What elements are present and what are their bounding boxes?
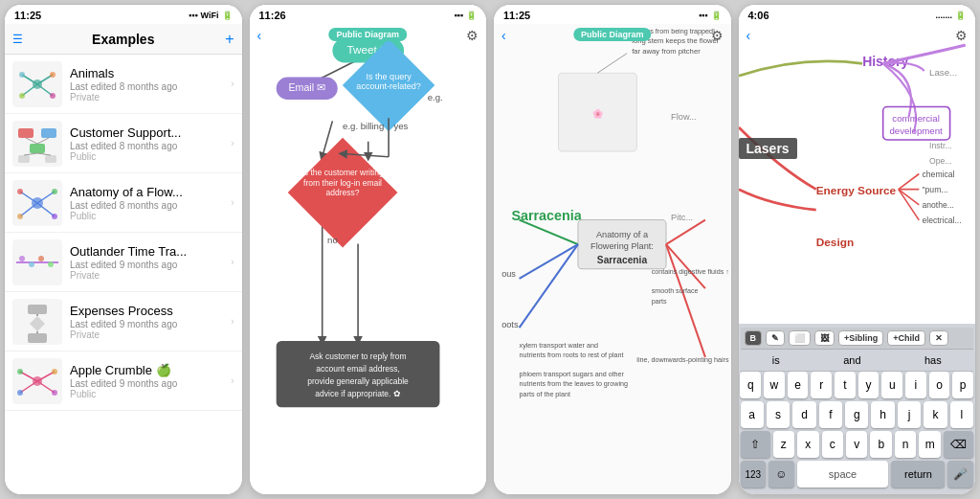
svg-point-6	[19, 93, 25, 99]
key-o[interactable]: o	[929, 372, 950, 398]
svg-line-7	[37, 84, 53, 96]
key-r[interactable]: r	[811, 372, 832, 398]
item-text-customer-support: Customer Support... Last edited 8 months…	[70, 125, 223, 162]
svg-line-84	[666, 220, 705, 245]
key-s[interactable]: s	[767, 401, 790, 428]
numbers-key[interactable]: 123	[741, 461, 767, 488]
lasers-badge: Lasers	[739, 138, 797, 159]
key-n[interactable]: n	[895, 431, 916, 458]
close-toolbar-button[interactable]: ✕	[929, 330, 948, 346]
list-item[interactable]: Expenses Process Last edited 9 months ag…	[5, 292, 242, 352]
italic-button[interactable]: ✎	[766, 330, 785, 346]
svg-line-91	[597, 54, 627, 73]
gear-icon-3[interactable]: ⚙	[711, 28, 724, 43]
svg-rect-34	[28, 333, 47, 343]
svg-text:🌸: 🌸	[592, 108, 604, 120]
phone-2-flowchart: 11:26 ▪▪▪ 🔋 ‹ Public Diagram ⚙	[249, 4, 488, 495]
return-key[interactable]: return	[891, 461, 945, 488]
battery-icon: 🔋	[955, 11, 966, 20]
key-a[interactable]: a	[741, 401, 764, 428]
key-q[interactable]: q	[740, 372, 761, 398]
svg-text:smooth surface: smooth surface	[652, 287, 699, 295]
key-c[interactable]: c	[822, 431, 843, 458]
item-title: Expenses Process	[70, 304, 223, 318]
nav-title-1: Examples	[92, 32, 154, 47]
delete-key[interactable]: ⌫	[944, 431, 973, 458]
back-button-2[interactable]: ‹	[257, 28, 262, 43]
box-button[interactable]: ⬜	[789, 330, 811, 346]
svg-text:far away from pitcher: far away from pitcher	[632, 47, 701, 56]
signal-icon: .......	[935, 11, 952, 20]
svg-text:nutrients from the leaves to g: nutrients from the leaves to growing	[520, 380, 628, 388]
list-item[interactable]: Apple Crumble 🍏 Last edited 9 months ago…	[5, 352, 242, 411]
key-z[interactable]: z	[773, 431, 794, 458]
gear-icon-2[interactable]: ⚙	[466, 28, 479, 43]
key-g[interactable]: g	[845, 401, 868, 428]
svg-point-45	[52, 390, 57, 396]
suggestion-and[interactable]: and	[835, 352, 868, 368]
svg-line-82	[520, 244, 578, 279]
svg-text:oots: oots	[501, 320, 519, 329]
list-item[interactable]: Anatomy of a Flow... Last edited 8 month…	[5, 173, 242, 233]
item-subtitle: Last edited 8 months ago	[70, 200, 223, 211]
key-k[interactable]: k	[924, 401, 947, 428]
list-item[interactable]: Customer Support... Last edited 8 months…	[5, 114, 242, 173]
svg-rect-32	[28, 305, 47, 314]
mic-key[interactable]: 🎤	[947, 461, 973, 488]
svg-line-17	[37, 153, 51, 155]
key-f[interactable]: f	[819, 401, 842, 428]
image-button[interactable]: 🖼	[814, 330, 835, 346]
svg-line-38	[20, 372, 37, 381]
key-d[interactable]: d	[792, 401, 815, 428]
sibling-button[interactable]: +Sibling	[838, 330, 883, 346]
svg-point-26	[52, 214, 57, 219]
chevron-icon: ›	[231, 316, 234, 327]
thumbnail-apple-crumble	[12, 358, 62, 404]
key-j[interactable]: j	[898, 401, 921, 428]
suggestion-is[interactable]: is	[765, 352, 788, 368]
suggestion-has[interactable]: has	[917, 352, 949, 368]
svg-line-13	[37, 138, 49, 144]
list-item[interactable]: Animals Last edited 8 months ago Private…	[5, 55, 242, 114]
svg-text:Flow...: Flow...	[671, 112, 697, 122]
status-bar-3: 11:25 ▪▪▪ 🔋	[494, 5, 731, 24]
key-m[interactable]: m	[919, 431, 940, 458]
key-u[interactable]: u	[881, 372, 902, 398]
add-button[interactable]: +	[225, 31, 234, 48]
thumbnail-anatomy	[12, 180, 62, 226]
key-w[interactable]: w	[764, 372, 785, 398]
key-x[interactable]: x	[797, 431, 818, 458]
shift-key[interactable]: ⇧	[741, 431, 770, 458]
svg-text:Flowering Plant:: Flowering Plant:	[590, 241, 654, 251]
key-b[interactable]: b	[870, 431, 891, 458]
svg-line-5	[22, 84, 37, 96]
back-button-4[interactable]: ‹	[746, 28, 751, 43]
svg-line-83	[520, 244, 578, 328]
key-p[interactable]: p	[952, 372, 973, 398]
key-e[interactable]: e	[788, 372, 809, 398]
time-4: 4:06	[748, 10, 769, 21]
back-button-3[interactable]: ‹	[501, 28, 506, 43]
key-v[interactable]: v	[846, 431, 867, 458]
svg-point-24	[17, 214, 23, 219]
bold-button[interactable]: B	[745, 330, 763, 346]
svg-point-28	[19, 256, 25, 261]
keyboard-toolbar: B ✎ ⬜ 🖼 +Sibling +Child ✕	[741, 328, 974, 350]
status-icons-1: ▪▪▪ WiFi 🔋	[189, 11, 233, 20]
emoji-key[interactable]: ☺	[768, 461, 794, 488]
key-h[interactable]: h	[871, 401, 894, 428]
key-t[interactable]: t	[835, 372, 856, 398]
child-button[interactable]: +Child	[887, 330, 925, 346]
key-y[interactable]: y	[858, 372, 880, 398]
svg-text:account email address,: account email address,	[316, 364, 400, 374]
nav-menu-icon[interactable]: ☰	[12, 33, 23, 46]
key-l[interactable]: l	[950, 401, 973, 428]
key-i[interactable]: i	[905, 372, 926, 398]
svg-text:commercial: commercial	[892, 113, 939, 124]
space-key[interactable]: space	[797, 461, 889, 488]
signal-icon: ▪▪▪	[454, 11, 463, 20]
battery-icon: 🔋	[222, 11, 233, 20]
list-item[interactable]: Outlander Time Tra... Last edited 9 mont…	[5, 233, 242, 292]
gear-icon-4[interactable]: ⚙	[955, 28, 968, 43]
svg-marker-33	[30, 316, 45, 331]
